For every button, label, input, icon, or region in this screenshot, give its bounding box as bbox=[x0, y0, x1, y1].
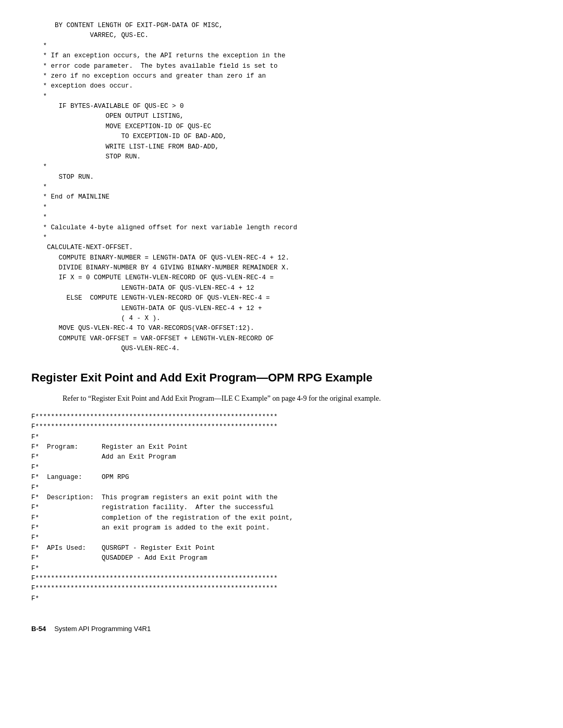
rpg-code-block: F***************************************… bbox=[31, 412, 532, 604]
footer-book-title: System API Programming V4R1 bbox=[54, 625, 151, 633]
page-content: BY CONTENT LENGTH OF EXIT-PGM-DATA OF MI… bbox=[31, 21, 532, 633]
footer-bar: B-54 System API Programming V4R1 bbox=[31, 625, 532, 633]
section-heading: Register Exit Point and Add Exit Program… bbox=[31, 371, 532, 386]
footer-page-number: B-54 bbox=[31, 625, 46, 633]
top-code-block: BY CONTENT LENGTH OF EXIT-PGM-DATA OF MI… bbox=[31, 21, 532, 354]
intro-paragraph: Refer to “Register Exit Point and Add Ex… bbox=[63, 393, 532, 404]
